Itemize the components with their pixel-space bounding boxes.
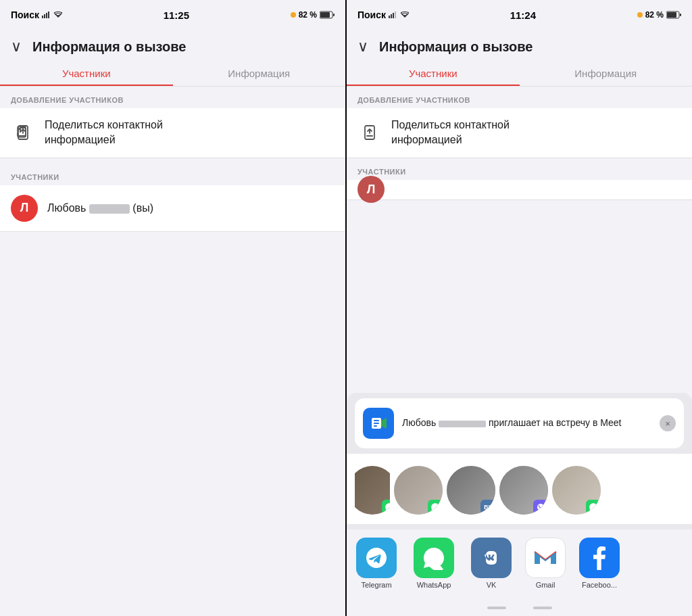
svg-rect-21 — [374, 423, 379, 424]
svg-rect-5 — [320, 12, 330, 18]
svg-rect-15 — [680, 14, 681, 16]
gmail-app-icon — [525, 538, 566, 578]
contact-item-3[interactable]: ВК — [447, 466, 495, 515]
svg-rect-0 — [42, 16, 43, 18]
svg-rect-11 — [393, 13, 394, 18]
wifi-icon-right — [401, 11, 409, 18]
wifi-icon-left — [54, 11, 62, 18]
share-text-right: Поделиться контактнойинформацией — [391, 118, 510, 148]
tab-participants-left[interactable]: Участники — [0, 61, 173, 86]
gmail-logo — [533, 548, 558, 567]
share-icon-left — [11, 120, 35, 145]
battery-dot-right — [637, 12, 643, 18]
status-right-left: 82 % — [291, 10, 335, 20]
battery-icon-right — [666, 11, 681, 19]
whatsapp-badge-1 — [382, 500, 390, 515]
whatsapp-icon-1 — [385, 502, 390, 512]
battery-pct-right: 82 % — [645, 10, 664, 20]
avatar-right-partial: Л — [357, 176, 385, 203]
add-section-label-left: ДОБАВЛЕНИЕ УЧАСТНИКОВ — [0, 87, 345, 108]
signal-icon-left — [42, 11, 51, 18]
share-item-left[interactable]: Поделиться контактнойинформацией — [0, 108, 345, 158]
time-left: 11:25 — [164, 9, 189, 21]
header-left: ∨ Информация о вызове — [0, 30, 345, 61]
carrier-left: Поиск — [11, 9, 39, 20]
viber-icon — [537, 503, 545, 511]
contacts-row-container: ВК — [347, 454, 692, 524]
status-right-right: 82 % — [637, 10, 681, 20]
share-sheet-separator — [347, 524, 692, 529]
svg-rect-3 — [48, 11, 49, 18]
participants-label-left: УЧАСТНИКИ — [0, 164, 345, 185]
right-screen: Поиск 11:24 82 % ∨ — [347, 0, 692, 616]
title-right: Информация о вызове — [379, 39, 533, 55]
whatsapp-icon-2 — [430, 502, 440, 512]
facebook-label: Faceboo... — [582, 581, 617, 589]
whatsapp-label: WhatsApp — [417, 581, 451, 589]
app-item-gmail[interactable]: Gmail — [518, 535, 572, 592]
app-item-telegram[interactable]: Telegram — [349, 535, 403, 592]
svg-rect-6 — [333, 14, 335, 16]
signal-icon-right — [389, 11, 398, 18]
divider-left — [0, 158, 345, 164]
status-bar-left: Поиск 11:25 82 % — [0, 0, 345, 30]
tab-participants-right[interactable]: Участники — [347, 61, 520, 86]
vk-app-icon — [471, 538, 512, 578]
title-left: Информация о вызове — [32, 39, 186, 55]
invite-close-button[interactable]: × — [660, 415, 676, 431]
telegram-logo — [364, 546, 389, 570]
facebook-app-icon — [579, 538, 620, 578]
chevron-left[interactable]: ∨ — [11, 38, 22, 55]
app-item-facebook[interactable]: Faceboo... — [572, 535, 626, 592]
whatsapp-app-icon — [414, 538, 454, 578]
contact-item-4[interactable] — [499, 466, 548, 515]
contact-item-1[interactable] — [355, 466, 390, 515]
telegram-label: Telegram — [361, 581, 391, 589]
gmail-label: Gmail — [536, 581, 555, 589]
share-sheet: Любовь приглашает на встречу в Meet × — [347, 393, 692, 616]
contacts-row: ВК — [349, 459, 689, 521]
vk-logo — [479, 551, 503, 565]
viber-badge — [533, 500, 548, 515]
tabs-left: Участники Информация — [0, 61, 345, 87]
whatsapp-badge-5 — [586, 500, 601, 515]
avatar-left: Л — [11, 195, 38, 222]
whatsapp-badge-2 — [428, 500, 443, 515]
share-icon-right — [357, 120, 382, 145]
battery-pct-left: 82 % — [299, 10, 317, 20]
header-right: ∨ Информация о вызове — [347, 30, 692, 61]
chevron-right[interactable]: ∨ — [357, 38, 368, 55]
svg-rect-10 — [391, 14, 392, 18]
svg-rect-1 — [44, 14, 45, 18]
app-item-whatsapp[interactable]: WhatsApp — [403, 535, 464, 592]
scroll-indicator-right — [533, 607, 552, 609]
app-item-vk[interactable]: VK — [464, 535, 518, 592]
share-text-left: Поделиться контактнойинформацией — [45, 118, 163, 148]
vk-label: VK — [487, 581, 497, 589]
facebook-logo — [591, 546, 608, 570]
contact-item-2[interactable] — [394, 466, 443, 515]
apps-row-container: Telegram WhatsApp — [347, 529, 692, 600]
carrier-right: Поиск — [357, 9, 386, 20]
meet-logo-icon — [366, 411, 391, 435]
left-screen: Поиск 11:25 82 % ∨ — [0, 0, 345, 616]
add-section-label-right: ДОБАВЛЕНИЕ УЧАСТНИКОВ — [347, 87, 692, 108]
tab-info-right[interactable]: Информация — [520, 61, 693, 86]
scroll-indicator-left — [487, 607, 506, 609]
invite-text: Любовь приглашает на встречу в Meet — [402, 417, 651, 430]
svg-rect-9 — [389, 16, 390, 18]
svg-rect-20 — [374, 420, 379, 421]
telegram-icon — [356, 538, 397, 578]
contact-item-5[interactable] — [552, 466, 601, 515]
tab-info-left[interactable]: Информация — [173, 61, 346, 86]
participant-name-left: Любовь (вы) — [47, 202, 153, 214]
vk-badge: ВК — [480, 500, 495, 515]
status-bar-right: Поиск 11:24 82 % — [347, 0, 692, 30]
meet-icon — [363, 408, 394, 439]
whatsapp-icon-5 — [589, 502, 598, 512]
tabs-right: Участники Информация — [347, 61, 692, 87]
share-item-right[interactable]: Поделиться контактнойинформацией — [347, 108, 692, 158]
svg-rect-22 — [374, 425, 377, 427]
time-right: 11:24 — [510, 9, 536, 21]
battery-dot-left — [291, 12, 296, 18]
